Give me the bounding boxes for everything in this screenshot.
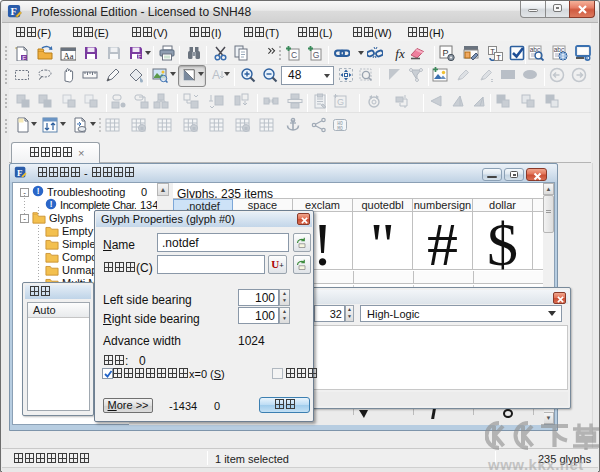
svg-text:F: F [22,55,26,61]
svg-text:F: F [138,53,141,59]
svg-text:G: G [313,50,320,60]
svg-text:T: T [496,53,501,62]
svg-text:!: ! [50,200,53,209]
svg-text:A: A [212,68,220,82]
svg-text:!: ! [37,187,40,196]
svg-text:C: C [291,50,297,60]
svg-text:Aa: Aa [64,51,74,61]
svg-text:fx: fx [395,46,405,61]
svg-text:MO: MO [337,126,343,131]
svg-text:G: G [337,97,344,107]
svg-text:P: P [442,48,448,58]
